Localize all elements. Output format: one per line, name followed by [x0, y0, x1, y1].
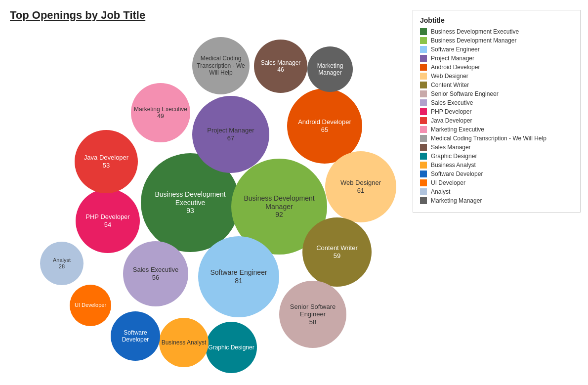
- bubble-label: Graphic Designer: [206, 342, 256, 353]
- legend-label: Marketing Executive: [431, 126, 484, 133]
- legend-item: Business Analyst: [420, 162, 573, 169]
- bubble-label: Business Development Executive 93: [141, 188, 240, 217]
- legend-swatch: [420, 37, 427, 44]
- legend-label: PHP Developer: [431, 108, 472, 115]
- legend-swatch: [420, 82, 427, 88]
- legend-label: Business Analyst: [431, 162, 476, 169]
- legend-item: Java Developer: [420, 117, 573, 124]
- bubble[interactable]: Web Designer 61: [325, 151, 396, 222]
- legend-item: PHP Developer: [420, 108, 573, 115]
- legend-label: UI Developer: [431, 179, 465, 186]
- bubble[interactable]: Software Developer: [111, 311, 160, 361]
- legend-item: Marketing Manager: [420, 197, 573, 204]
- bubble-label: Java Developer 53: [82, 152, 130, 171]
- legend-swatch: [420, 162, 427, 169]
- bubble[interactable]: Content Writer 59: [302, 217, 372, 287]
- legend-item: Senior Software Engineer: [420, 90, 573, 97]
- legend-swatch: [420, 126, 427, 133]
- legend-item: Software Developer: [420, 171, 573, 177]
- legend-label: Business Development Manager: [431, 37, 516, 44]
- legend-swatch: [420, 117, 427, 124]
- legend-swatch: [420, 28, 427, 35]
- legend-swatch: [420, 144, 427, 151]
- legend-item: Project Manager: [420, 55, 573, 62]
- legend-swatch: [420, 135, 427, 142]
- bubble[interactable]: Sales Executive 56: [123, 241, 188, 306]
- legend-label: Sales Executive: [431, 99, 473, 106]
- bubble-label: Business Analyst: [160, 337, 209, 348]
- legend-label: Content Writer: [431, 82, 469, 88]
- bubble-label: Software Engineer 81: [208, 266, 269, 287]
- legend-swatch: [420, 179, 427, 186]
- legend-label: Software Developer: [431, 171, 483, 177]
- bubble-label: Sales Executive 56: [131, 264, 181, 283]
- bubble[interactable]: UI Developer: [70, 285, 111, 326]
- legend-item: Business Development Executive: [420, 28, 573, 35]
- legend-swatch: [420, 153, 427, 160]
- bubble-label: Project Manager 67: [205, 125, 256, 144]
- legend-item: UI Developer: [420, 179, 573, 186]
- bubble[interactable]: Medical Coding Transcription - We Will H…: [192, 37, 250, 94]
- legend-swatch: [420, 188, 427, 195]
- legend-label: Java Developer: [431, 117, 472, 124]
- legend-swatch: [420, 108, 427, 115]
- legend-item: Android Developer: [420, 64, 573, 71]
- bubble-label: Content Writer 59: [314, 242, 360, 261]
- bubble[interactable]: Marketing Manager: [307, 46, 353, 92]
- legend-item: Analyst: [420, 188, 573, 195]
- legend-item: Content Writer: [420, 82, 573, 88]
- bubble-chart: Business Development Executive 93Busines…: [0, 0, 405, 385]
- bubble-label: Senior Software Engineer 58: [279, 301, 346, 328]
- legend: Jobtitle Business Development ExecutiveB…: [413, 10, 581, 213]
- legend-label: Graphic Designer: [431, 153, 477, 160]
- bubble[interactable]: PHP Developer 54: [76, 189, 140, 253]
- legend-swatch: [420, 171, 427, 177]
- bubble-label: Software Developer: [111, 327, 160, 345]
- legend-label: Sales Manager: [431, 144, 471, 151]
- bubble-label: Business Development Manager 92: [231, 192, 327, 221]
- legend-label: Medical Coding Transcription - We Will H…: [431, 135, 546, 142]
- legend-swatch: [420, 55, 427, 62]
- bubble[interactable]: Sales Manager 46: [254, 40, 307, 93]
- bubble-label: Analyst 28: [51, 255, 73, 272]
- bubble[interactable]: Software Engineer 81: [198, 236, 279, 317]
- legend-item: Sales Manager: [420, 144, 573, 151]
- legend-item: Marketing Executive: [420, 126, 573, 133]
- legend-title: Jobtitle: [420, 16, 573, 24]
- bubble[interactable]: Senior Software Engineer 58: [279, 281, 346, 348]
- legend-swatch: [420, 99, 427, 106]
- bubble[interactable]: Marketing Executive 49: [131, 83, 190, 142]
- bubble[interactable]: Business Analyst: [159, 318, 209, 367]
- bubble[interactable]: Graphic Designer: [206, 322, 257, 373]
- bubble[interactable]: Analyst 28: [40, 242, 84, 285]
- legend-label: Project Manager: [431, 55, 474, 62]
- legend-label: Business Development Executive: [431, 28, 519, 35]
- legend-swatch: [420, 64, 427, 71]
- legend-label: Software Engineer: [431, 46, 480, 53]
- legend-swatch: [420, 90, 427, 97]
- bubble-label: Web Designer 61: [338, 177, 383, 196]
- legend-swatch: [420, 197, 427, 204]
- bubble-label: Medical Coding Transcription - We Will H…: [192, 53, 250, 78]
- bubble-label: Marketing Executive 49: [132, 104, 189, 122]
- bubble-label: Android Developer 65: [296, 116, 353, 135]
- legend-label: Android Developer: [431, 64, 480, 71]
- legend-swatch: [420, 46, 427, 53]
- legend-swatch: [420, 73, 427, 80]
- legend-label: Web Designer: [431, 73, 468, 80]
- bubble-label: PHP Developer 54: [84, 211, 131, 230]
- legend-label: Analyst: [431, 188, 450, 195]
- bubble-label: UI Developer: [73, 300, 108, 310]
- legend-item: Web Designer: [420, 73, 573, 80]
- legend-items: Business Development ExecutiveBusiness D…: [420, 28, 573, 204]
- bubble[interactable]: Project Manager 67: [192, 96, 269, 173]
- legend-label: Senior Software Engineer: [431, 90, 499, 97]
- legend-label: Marketing Manager: [431, 197, 482, 204]
- legend-item: Software Engineer: [420, 46, 573, 53]
- legend-item: Medical Coding Transcription - We Will H…: [420, 135, 573, 142]
- bubble[interactable]: Java Developer 53: [75, 130, 138, 193]
- bubble-label: Marketing Manager: [307, 60, 353, 79]
- bubble-label: Sales Manager 46: [259, 57, 303, 76]
- legend-item: Graphic Designer: [420, 153, 573, 160]
- legend-item: Sales Executive: [420, 99, 573, 106]
